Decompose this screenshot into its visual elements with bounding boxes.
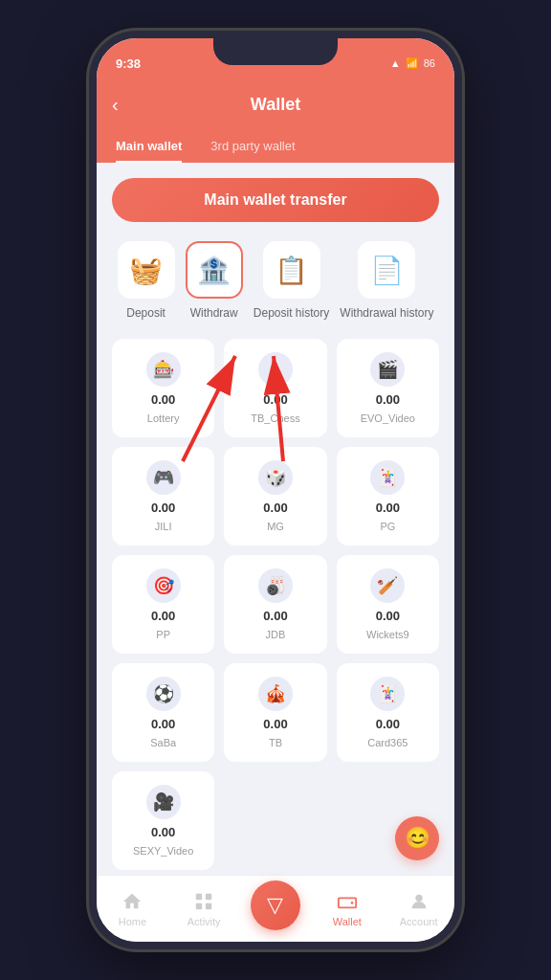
tabs-bar: Main wallet 3rd party wallet bbox=[97, 128, 454, 163]
wallet-nav-icon bbox=[336, 890, 359, 913]
tb-icon: 🎪 bbox=[258, 677, 293, 711]
status-icons: ▲ 📶 86 bbox=[390, 57, 435, 70]
phone-notch bbox=[213, 38, 338, 65]
svg-point-8 bbox=[415, 895, 422, 902]
lottery-name: Lottery bbox=[147, 412, 180, 424]
action-withdraw[interactable]: 🏦 Withdraw bbox=[186, 241, 243, 320]
pg-amount: 0.00 bbox=[376, 501, 400, 515]
wallet-evovideo[interactable]: 🎬 0.00 EVO_Video bbox=[337, 339, 439, 437]
action-deposit-history[interactable]: 📋 Deposit history bbox=[253, 241, 329, 320]
pg-name: PG bbox=[380, 521, 395, 532]
withdraw-icon-wrapper: 🏦 bbox=[186, 241, 243, 299]
sexyvideo-icon: 🎥 bbox=[146, 785, 181, 819]
home-label: Home bbox=[119, 916, 146, 927]
wallet-sexyvideo[interactable]: 🎥 0.00 SEXY_Video bbox=[112, 771, 214, 870]
deposit-history-label: Deposit history bbox=[253, 306, 329, 320]
nav-promotion[interactable]: ▽ bbox=[240, 880, 312, 930]
nav-account[interactable]: Account bbox=[383, 890, 454, 927]
withdrawal-history-label: Withdrawal history bbox=[340, 306, 433, 320]
signal-icon: ▲ bbox=[390, 57, 401, 69]
chat-icon: 😊 bbox=[405, 826, 430, 851]
tbchess-icon: ♟ bbox=[258, 352, 293, 387]
svg-rect-4 bbox=[196, 894, 202, 900]
battery-icon: 86 bbox=[424, 57, 435, 69]
wallet-card365[interactable]: 🃏 0.00 Card365 bbox=[337, 663, 439, 762]
content-area: Main wallet transfer 🧺 Deposit 🏦 Withdra… bbox=[97, 163, 454, 875]
withdrawal-history-icon-wrapper: 📄 bbox=[358, 241, 415, 299]
account-label: Account bbox=[400, 916, 438, 927]
sexyvideo-name: SEXY_Video bbox=[133, 845, 193, 857]
lottery-amount: 0.00 bbox=[151, 392, 175, 407]
activity-icon bbox=[192, 890, 215, 913]
status-time: 9:38 bbox=[116, 56, 141, 71]
wifi-icon: 📶 bbox=[406, 57, 419, 70]
svg-rect-7 bbox=[206, 903, 211, 909]
deposit-icon-wrapper: 🧺 bbox=[118, 241, 175, 299]
header: ‹ Wallet bbox=[97, 80, 454, 128]
wallet-pp[interactable]: 🎯 0.00 PP bbox=[112, 555, 214, 654]
quick-actions: 🧺 Deposit 🏦 Withdraw 📋 Deposit history 📄… bbox=[112, 241, 439, 320]
mg-name: MG bbox=[267, 521, 284, 532]
deposit-label: Deposit bbox=[126, 306, 165, 320]
tab-3rd-wallet[interactable]: 3rd party wallet bbox=[210, 139, 295, 163]
wallet-pg[interactable]: 🃏 0.00 PG bbox=[337, 447, 439, 546]
sexyvideo-amount: 0.00 bbox=[151, 825, 175, 839]
evovideo-amount: 0.00 bbox=[376, 392, 400, 407]
card365-icon: 🃏 bbox=[370, 677, 405, 711]
wallet-tb[interactable]: 🎪 0.00 TB bbox=[224, 663, 326, 762]
wallet-jdb[interactable]: 🎳 0.00 JDB bbox=[224, 555, 326, 654]
wallet-mg[interactable]: 🎲 0.00 MG bbox=[224, 447, 326, 546]
jili-name: JILI bbox=[155, 521, 172, 532]
action-withdrawal-history[interactable]: 📄 Withdrawal history bbox=[340, 241, 433, 320]
pp-name: PP bbox=[156, 629, 170, 640]
svg-rect-6 bbox=[196, 903, 202, 909]
page-title: Wallet bbox=[251, 95, 300, 115]
evovideo-name: EVO_Video bbox=[361, 412, 415, 424]
wallets-grid: 🎰 0.00 Lottery ♟ 0.00 TB_Chess 🎬 0.00 EV… bbox=[112, 339, 439, 870]
pp-amount: 0.00 bbox=[151, 609, 175, 623]
phone-frame: 9:38 ▲ 📶 86 ‹ Wallet Main wallet 3rd par… bbox=[89, 31, 462, 949]
nav-home[interactable]: Home bbox=[97, 890, 168, 927]
lottery-icon: 🎰 bbox=[146, 352, 181, 387]
tb-name: TB bbox=[269, 737, 282, 748]
card365-name: Card365 bbox=[367, 737, 408, 748]
wickets9-amount: 0.00 bbox=[376, 609, 400, 623]
nav-activity[interactable]: Activity bbox=[168, 890, 240, 927]
pp-icon: 🎯 bbox=[146, 568, 181, 603]
wallet-jili[interactable]: 🎮 0.00 JILI bbox=[112, 447, 214, 546]
jdb-name: JDB bbox=[266, 629, 286, 640]
wickets9-icon: 🏏 bbox=[370, 568, 405, 603]
action-deposit[interactable]: 🧺 Deposit bbox=[118, 241, 175, 320]
jili-icon: 🎮 bbox=[146, 460, 181, 495]
pg-icon: 🃏 bbox=[370, 460, 405, 495]
bottom-nav: Home Activity ▽ Wallet Account bbox=[97, 875, 454, 942]
transfer-button[interactable]: Main wallet transfer bbox=[112, 178, 439, 222]
saba-icon: ⚽ bbox=[146, 677, 181, 711]
card365-amount: 0.00 bbox=[376, 717, 400, 731]
back-button[interactable]: ‹ bbox=[112, 94, 119, 116]
jili-amount: 0.00 bbox=[151, 501, 175, 515]
account-icon bbox=[408, 890, 430, 913]
wallet-label: Wallet bbox=[333, 916, 362, 927]
wallet-tbchess[interactable]: ♟ 0.00 TB_Chess bbox=[224, 339, 326, 437]
wallet-saba[interactable]: ⚽ 0.00 SaBa bbox=[112, 663, 214, 762]
mg-icon: 🎲 bbox=[258, 460, 293, 495]
promotion-center-btn[interactable]: ▽ bbox=[251, 880, 300, 930]
wallet-wickets9[interactable]: 🏏 0.00 Wickets9 bbox=[337, 555, 439, 654]
nav-wallet[interactable]: Wallet bbox=[311, 890, 383, 927]
promotion-icon: ▽ bbox=[267, 893, 283, 918]
tab-main-wallet[interactable]: Main wallet bbox=[116, 139, 182, 163]
home-icon bbox=[121, 890, 143, 913]
wallet-lottery[interactable]: 🎰 0.00 Lottery bbox=[112, 339, 214, 437]
svg-rect-5 bbox=[206, 894, 211, 900]
withdraw-label: Withdraw bbox=[190, 306, 238, 320]
tb-amount: 0.00 bbox=[263, 717, 287, 731]
mg-amount: 0.00 bbox=[263, 501, 287, 515]
deposit-history-icon-wrapper: 📋 bbox=[263, 241, 320, 299]
tbchess-amount: 0.00 bbox=[263, 392, 287, 407]
jdb-amount: 0.00 bbox=[263, 609, 287, 623]
wickets9-name: Wickets9 bbox=[366, 629, 409, 640]
saba-amount: 0.00 bbox=[151, 717, 175, 731]
activity-label: Activity bbox=[187, 916, 221, 927]
chat-fab-button[interactable]: 😊 bbox=[395, 816, 439, 860]
